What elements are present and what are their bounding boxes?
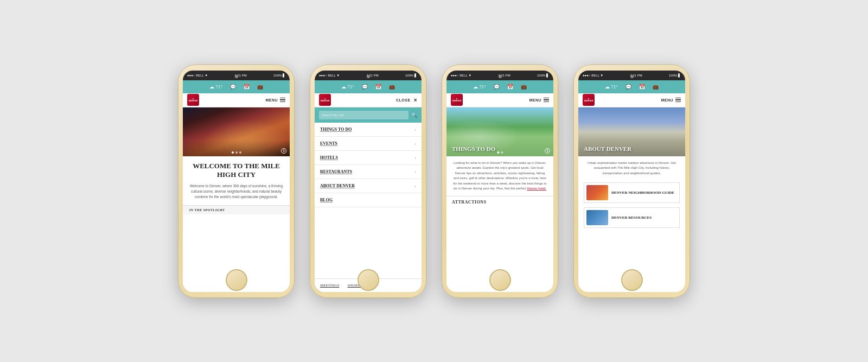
logo-icon-2: ▲ DENVER [319, 94, 331, 106]
search-input-2[interactable]: Search the site [319, 111, 409, 119]
nav-bar-1: ▲ DENVER MENU [183, 93, 290, 107]
hamburger-icon-3 [544, 98, 549, 103]
temp-icon-3: ☁ 71° [473, 84, 486, 90]
temp-icon-1: ☁ 71° [209, 84, 222, 90]
status-right-4: 100% ▋ [669, 73, 681, 77]
menu-button-4[interactable]: MENU [661, 98, 681, 103]
menu-item-about[interactable]: ABOUT DENVER › [315, 179, 422, 193]
hamburger-icon-1 [280, 98, 285, 103]
close-icon-2: × [414, 97, 417, 103]
calendar-icon-4: 📅 [639, 84, 645, 90]
menu-button-1[interactable]: MENU [265, 98, 285, 103]
screen-content-1: ℹ WELCOME TO THE MILE HIGH CITY Welcome … [183, 107, 290, 292]
menu-item-label-events: EVENTS [320, 141, 337, 146]
phones-container: ●●●○ BELL ▼ 4:21 PM 100% ▋ ☁ 71° 💬 📅 💼 ▲… [156, 43, 712, 320]
search-icon-2[interactable]: 🔍 [411, 112, 417, 118]
hero-dot-1[interactable] [232, 151, 234, 154]
status-time-1: 4:21 PM [234, 74, 246, 77]
things-label-3: THINGS TO DO [452, 145, 495, 152]
logo-icon-1: ▲ DENVER [187, 94, 199, 106]
phone-4-screen: ●●●○ BELL ▼ 4:21 PM 100% ▋ ☁ 71° 💬 📅 💼 ▲… [578, 71, 685, 292]
chevron-things: › [414, 127, 416, 132]
guide-title-neighborhood: DENVER NEIGHBORHOOD GUIDE [611, 190, 674, 195]
menu-item-things[interactable]: THINGS TO DO › [315, 123, 422, 137]
things-dot-1[interactable] [497, 151, 499, 154]
guide-title-resources: DENVER RESOURCES [611, 215, 652, 220]
denver-hotel-link-3[interactable]: Denver hotel. [527, 187, 546, 190]
menu-search-2: Search the site 🔍 [315, 107, 422, 123]
menu-footer-2: MEETINGS WEDDINGS [315, 278, 422, 292]
status-left-2: ●●●○ BELL ▼ [319, 74, 340, 77]
chevron-hotels: › [414, 155, 416, 160]
menu-item-blog[interactable]: BLOG [315, 193, 422, 207]
bag-icon-1: 💼 [257, 84, 263, 90]
status-time-4: 4:21 PM [630, 74, 642, 77]
menu-item-events[interactable]: EVENTS › [315, 137, 422, 151]
things-dot-2[interactable] [501, 151, 503, 154]
menu-button-3[interactable]: MENU [529, 98, 549, 103]
phone-2-screen: ●●●○ BELL ▼ 4:21 PM 100% ▋ ☁ 71° 💬 📅 💼 ▲… [315, 71, 422, 292]
status-right-3: 100% ▋ [537, 73, 549, 77]
denver-logo-3: ▲ DENVER [451, 94, 463, 106]
chat-icon-4: 💬 [626, 84, 631, 90]
about-text-4: Urban sophistication meets outdoor adven… [578, 156, 685, 181]
close-button-2[interactable]: CLOSE × [396, 97, 417, 103]
toolbar-1: ☁ 71° 💬 📅 💼 [183, 80, 290, 93]
hero-dot-3[interactable] [239, 151, 241, 154]
things-sub-3: ATTRACTIONS [446, 196, 553, 208]
guide-thumb-neighborhood [586, 185, 608, 200]
nav-bar-2: ▲ DENVER CLOSE × [315, 93, 422, 107]
spotlight-label-1: IN THE SPOTLIGHT [183, 205, 290, 214]
status-bar-3: ●●●○ BELL ▼ 4:21 PM 100% ▋ [446, 71, 553, 80]
bag-icon-3: 💼 [521, 84, 527, 90]
screen-content-3: THINGS TO DO ℹ Looking for what to do in… [446, 107, 553, 292]
hero-dot-2[interactable] [235, 151, 238, 154]
nav-bar-4: ▲ DENVER MENU [578, 93, 685, 107]
screen-content-4: ABOUT DENVER Urban sophistication meets … [578, 107, 685, 292]
phone-2: ●●●○ BELL ▼ 4:21 PM 100% ▋ ☁ 71° 💬 📅 💼 ▲… [310, 65, 426, 298]
weddings-link-2[interactable]: WEDDINGS [347, 283, 367, 288]
hamburger-icon-4 [675, 98, 681, 103]
status-left-4: ●●●○ BELL ▼ [583, 74, 603, 77]
calendar-icon-3: 📅 [507, 84, 513, 90]
status-bar-4: ●●●○ BELL ▼ 4:21 PM 100% ▋ [578, 71, 685, 80]
status-left-3: ●●●○ BELL ▼ [451, 74, 471, 77]
toolbar-2: ☁ 71° 💬 📅 💼 [315, 80, 422, 93]
chevron-about: › [414, 183, 416, 188]
calendar-icon-1: 📅 [244, 84, 250, 90]
status-left-1: ●●●○ BELL ▼ [187, 74, 208, 77]
things-hero-3: THINGS TO DO ℹ [446, 107, 553, 156]
menu-item-label-blog: BLOG [320, 198, 333, 202]
home-title-1: WELCOME TO THE MILE HIGH CITY [189, 162, 283, 180]
toolbar-4: ☁ 71° 💬 📅 💼 [578, 80, 685, 93]
about-hero-4: ABOUT DENVER [578, 107, 685, 156]
phone-1: ●●●○ BELL ▼ 4:21 PM 100% ▋ ☁ 71° 💬 📅 💼 ▲… [178, 65, 295, 298]
menu-item-label-restaurants: RESTAURANTS [320, 169, 352, 174]
hero-overlay-1 [183, 140, 290, 156]
logo-icon-4: ▲ DENVER [583, 94, 595, 106]
meetings-link-2[interactable]: MEETINGS [320, 283, 339, 288]
status-right-2: 100% ▋ [405, 73, 417, 77]
guide-card-neighborhood[interactable]: DENVER NEIGHBORHOOD GUIDE [584, 182, 680, 203]
menu-item-label-about: ABOUT DENVER [320, 183, 355, 188]
nav-bar-3: ▲ DENVER MENU [446, 93, 553, 107]
home-text-1: WELCOME TO THE MILE HIGH CITY Welcome to… [183, 156, 290, 205]
chat-icon-3: 💬 [494, 84, 500, 90]
phone-1-screen: ●●●○ BELL ▼ 4:21 PM 100% ▋ ☁ 71° 💬 📅 💼 ▲… [183, 71, 290, 292]
menu-item-restaurants[interactable]: RESTAURANTS › [315, 165, 422, 179]
menu-item-label-hotels: HOTELS [320, 155, 338, 160]
guide-thumb-resources [586, 210, 608, 225]
status-bar-1: ●●●○ BELL ▼ 4:21 PM 100% ▋ [183, 71, 290, 80]
temp-icon-2: ☁ 71° [341, 84, 354, 90]
chevron-restaurants: › [414, 169, 416, 174]
chevron-events: › [414, 141, 416, 146]
menu-item-hotels[interactable]: HOTELS › [315, 151, 422, 165]
phone-4: ●●●○ BELL ▼ 4:21 PM 100% ▋ ☁ 71° 💬 📅 💼 ▲… [573, 65, 690, 298]
things-dots-3 [497, 151, 503, 154]
menu-list-2: THINGS TO DO › EVENTS › HOTELS › RESTAUR… [315, 123, 422, 278]
guide-card-resources[interactable]: DENVER RESOURCES [584, 207, 680, 228]
bag-icon-4: 💼 [653, 84, 659, 90]
hero-info-icon-3[interactable]: ℹ [545, 148, 550, 154]
status-time-3: 4:21 PM [498, 74, 510, 77]
hero-info-icon-1[interactable]: ℹ [281, 148, 286, 154]
